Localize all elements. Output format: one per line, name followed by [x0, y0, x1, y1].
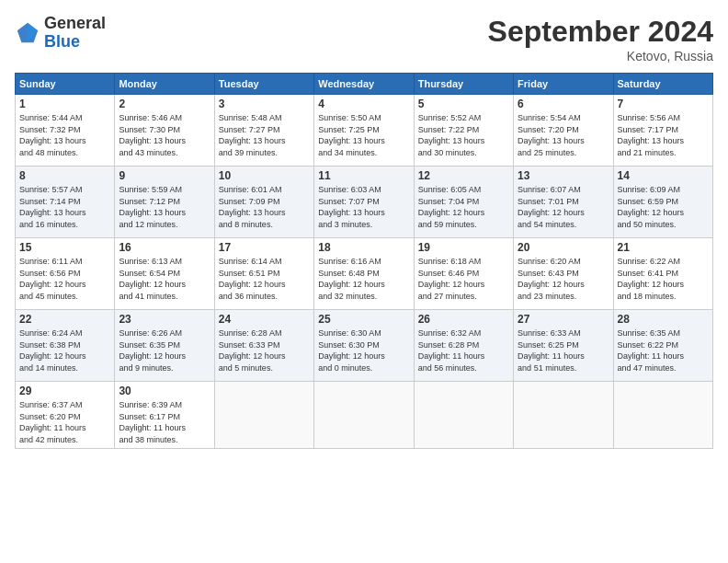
- day-info: Sunrise: 6:22 AM Sunset: 6:41 PM Dayligh…: [618, 256, 709, 302]
- day-info: Sunrise: 6:14 AM Sunset: 6:51 PM Dayligh…: [219, 256, 310, 302]
- day-number: 21: [618, 241, 709, 254]
- logo-general-text: General: [44, 15, 106, 33]
- table-row: 23Sunrise: 6:26 AM Sunset: 6:35 PM Dayli…: [115, 310, 214, 382]
- day-number: 23: [119, 313, 210, 326]
- table-row: 30Sunrise: 6:39 AM Sunset: 6:17 PM Dayli…: [115, 382, 214, 449]
- day-number: 12: [418, 169, 509, 182]
- day-number: 7: [618, 98, 709, 110]
- day-info: Sunrise: 6:30 AM Sunset: 6:30 PM Dayligh…: [318, 327, 409, 373]
- day-info: Sunrise: 5:44 AM Sunset: 7:32 PM Dayligh…: [19, 112, 110, 158]
- table-row: 22Sunrise: 6:24 AM Sunset: 6:38 PM Dayli…: [16, 310, 115, 382]
- day-info: Sunrise: 6:24 AM Sunset: 6:38 PM Dayligh…: [19, 327, 110, 373]
- day-number: 1: [19, 98, 110, 110]
- day-number: 17: [219, 241, 310, 254]
- day-number: 27: [518, 313, 609, 326]
- day-info: Sunrise: 6:09 AM Sunset: 6:59 PM Dayligh…: [618, 184, 709, 230]
- title-block: September 2024 Ketovo, Russia: [488, 15, 713, 63]
- calendar-table: Sunday Monday Tuesday Wednesday Thursday…: [15, 73, 713, 449]
- table-row: 1Sunrise: 5:44 AM Sunset: 7:32 PM Daylig…: [16, 95, 115, 167]
- day-number: 18: [318, 241, 409, 254]
- day-number: 20: [518, 241, 609, 254]
- table-row: 21Sunrise: 6:22 AM Sunset: 6:41 PM Dayli…: [613, 238, 712, 310]
- table-row: 24Sunrise: 6:28 AM Sunset: 6:33 PM Dayli…: [214, 310, 313, 382]
- day-info: Sunrise: 6:03 AM Sunset: 7:07 PM Dayligh…: [318, 184, 409, 230]
- col-saturday: Saturday: [613, 74, 712, 95]
- day-info: Sunrise: 5:59 AM Sunset: 7:12 PM Dayligh…: [119, 184, 210, 230]
- day-number: 19: [418, 241, 509, 254]
- day-number: 14: [618, 169, 709, 182]
- day-number: 28: [618, 313, 709, 326]
- day-info: Sunrise: 6:28 AM Sunset: 6:33 PM Dayligh…: [219, 327, 310, 373]
- logo: General Blue: [15, 15, 106, 52]
- day-number: 8: [19, 169, 110, 182]
- day-number: 11: [318, 169, 409, 182]
- day-number: 13: [518, 169, 609, 182]
- day-info: Sunrise: 5:54 AM Sunset: 7:20 PM Dayligh…: [518, 112, 609, 158]
- col-wednesday: Wednesday: [314, 74, 414, 95]
- day-number: 5: [418, 98, 509, 110]
- day-number: 15: [19, 241, 110, 254]
- day-info: Sunrise: 6:07 AM Sunset: 7:01 PM Dayligh…: [518, 184, 609, 230]
- table-row: [414, 382, 513, 449]
- table-row: 15Sunrise: 6:11 AM Sunset: 6:56 PM Dayli…: [16, 238, 115, 310]
- table-row: 7Sunrise: 5:56 AM Sunset: 7:17 PM Daylig…: [613, 95, 712, 167]
- table-row: 9Sunrise: 5:59 AM Sunset: 7:12 PM Daylig…: [115, 167, 214, 238]
- location: Ketovo, Russia: [488, 49, 713, 63]
- month-title: September 2024: [488, 15, 713, 49]
- table-row: 3Sunrise: 5:48 AM Sunset: 7:27 PM Daylig…: [214, 95, 313, 167]
- day-info: Sunrise: 5:46 AM Sunset: 7:30 PM Dayligh…: [119, 112, 210, 158]
- table-row: 5Sunrise: 5:52 AM Sunset: 7:22 PM Daylig…: [414, 95, 513, 167]
- table-row: 25Sunrise: 6:30 AM Sunset: 6:30 PM Dayli…: [314, 310, 414, 382]
- calendar-header-row: Sunday Monday Tuesday Wednesday Thursday…: [16, 74, 713, 95]
- day-info: Sunrise: 6:32 AM Sunset: 6:28 PM Dayligh…: [418, 327, 509, 373]
- day-info: Sunrise: 6:26 AM Sunset: 6:35 PM Dayligh…: [119, 327, 210, 373]
- day-info: Sunrise: 6:13 AM Sunset: 6:54 PM Dayligh…: [119, 256, 210, 302]
- table-row: 20Sunrise: 6:20 AM Sunset: 6:43 PM Dayli…: [514, 238, 613, 310]
- day-number: 10: [219, 169, 310, 182]
- table-row: [613, 382, 712, 449]
- table-row: 19Sunrise: 6:18 AM Sunset: 6:46 PM Dayli…: [414, 238, 513, 310]
- day-info: Sunrise: 5:48 AM Sunset: 7:27 PM Dayligh…: [219, 112, 310, 158]
- day-number: 29: [19, 385, 110, 397]
- table-row: 14Sunrise: 6:09 AM Sunset: 6:59 PM Dayli…: [613, 167, 712, 238]
- day-info: Sunrise: 6:20 AM Sunset: 6:43 PM Dayligh…: [518, 256, 609, 302]
- table-row: 28Sunrise: 6:35 AM Sunset: 6:22 PM Dayli…: [613, 310, 712, 382]
- col-friday: Friday: [514, 74, 613, 95]
- day-info: Sunrise: 6:33 AM Sunset: 6:25 PM Dayligh…: [518, 327, 609, 373]
- table-row: 18Sunrise: 6:16 AM Sunset: 6:48 PM Dayli…: [314, 238, 414, 310]
- col-monday: Monday: [115, 74, 214, 95]
- day-info: Sunrise: 6:39 AM Sunset: 6:17 PM Dayligh…: [119, 399, 210, 445]
- table-row: [214, 382, 313, 449]
- col-thursday: Thursday: [414, 74, 513, 95]
- day-info: Sunrise: 5:50 AM Sunset: 7:25 PM Dayligh…: [318, 112, 409, 158]
- page: General Blue September 2024 Ketovo, Russ…: [0, 0, 728, 563]
- day-number: 22: [19, 313, 110, 326]
- day-info: Sunrise: 6:01 AM Sunset: 7:09 PM Dayligh…: [219, 184, 310, 230]
- day-number: 2: [119, 98, 210, 110]
- table-row: 13Sunrise: 6:07 AM Sunset: 7:01 PM Dayli…: [514, 167, 613, 238]
- day-number: 3: [219, 98, 310, 110]
- day-info: Sunrise: 6:11 AM Sunset: 6:56 PM Dayligh…: [19, 256, 110, 302]
- table-row: 17Sunrise: 6:14 AM Sunset: 6:51 PM Dayli…: [214, 238, 313, 310]
- day-number: 4: [318, 98, 409, 110]
- day-info: Sunrise: 5:57 AM Sunset: 7:14 PM Dayligh…: [19, 184, 110, 230]
- header: General Blue September 2024 Ketovo, Russ…: [15, 15, 713, 63]
- table-row: 2Sunrise: 5:46 AM Sunset: 7:30 PM Daylig…: [115, 95, 214, 167]
- table-row: 11Sunrise: 6:03 AM Sunset: 7:07 PM Dayli…: [314, 167, 414, 238]
- table-row: 6Sunrise: 5:54 AM Sunset: 7:20 PM Daylig…: [514, 95, 613, 167]
- day-number: 26: [418, 313, 509, 326]
- day-number: 24: [219, 313, 310, 326]
- day-number: 6: [518, 98, 609, 110]
- day-number: 16: [119, 241, 210, 254]
- table-row: 4Sunrise: 5:50 AM Sunset: 7:25 PM Daylig…: [314, 95, 414, 167]
- table-row: 10Sunrise: 6:01 AM Sunset: 7:09 PM Dayli…: [214, 167, 313, 238]
- day-info: Sunrise: 5:56 AM Sunset: 7:17 PM Dayligh…: [618, 112, 709, 158]
- table-row: 12Sunrise: 6:05 AM Sunset: 7:04 PM Dayli…: [414, 167, 513, 238]
- day-number: 30: [119, 385, 210, 397]
- col-sunday: Sunday: [16, 74, 115, 95]
- table-row: 26Sunrise: 6:32 AM Sunset: 6:28 PM Dayli…: [414, 310, 513, 382]
- table-row: 8Sunrise: 5:57 AM Sunset: 7:14 PM Daylig…: [16, 167, 115, 238]
- col-tuesday: Tuesday: [214, 74, 313, 95]
- table-row: 16Sunrise: 6:13 AM Sunset: 6:54 PM Dayli…: [115, 238, 214, 310]
- logo-text: General Blue: [44, 15, 106, 52]
